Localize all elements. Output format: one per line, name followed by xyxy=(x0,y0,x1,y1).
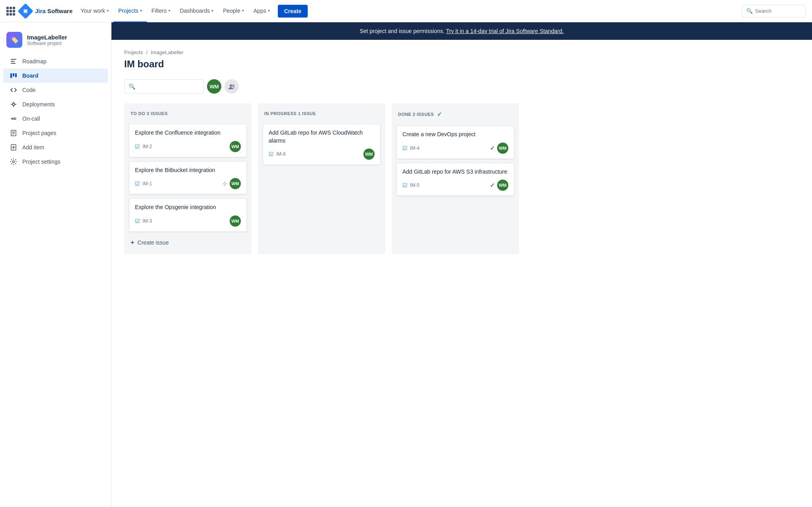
card-footer-im2: ☑ IM-2 WM xyxy=(135,141,241,152)
sidebar-label-project-pages: Project pages xyxy=(22,130,57,136)
settings-icon xyxy=(10,158,18,166)
pin-icon: ⊹ xyxy=(223,180,227,187)
svg-rect-2 xyxy=(11,63,16,64)
card-avatar-im4[interactable]: WM xyxy=(497,143,508,154)
sidebar-label-roadmap: Roadmap xyxy=(22,58,47,65)
card-icons-im4: ✓ WM xyxy=(490,143,508,154)
search-box[interactable]: 🔍 Search xyxy=(742,5,806,18)
card-im1[interactable]: Explore the Bitbucket integration ☑ IM-1… xyxy=(129,161,247,195)
checkbox-icon: ☑ xyxy=(135,218,140,224)
card-icons-im1: ⊹ WM xyxy=(223,178,241,189)
add-icon xyxy=(10,143,18,151)
sidebar: 🏷️ ImageLabeller Software project Roadma… xyxy=(0,22,111,267)
search-icon: 🔍 xyxy=(129,83,135,90)
banner-link[interactable]: Try it in a 14-day trial of Jira Softwar… xyxy=(446,28,564,34)
search-icon: 🔍 xyxy=(746,8,753,14)
card-title-im3: Explore the Opsgenie integration xyxy=(135,204,241,211)
sidebar-item-project-settings[interactable]: Project settings xyxy=(3,155,108,169)
card-id-im1: IM-1 xyxy=(142,181,152,186)
breadcrumb: Projects / ImageLabeller xyxy=(124,49,799,55)
card-im5[interactable]: Add GitLab repo for AWS S3 infrastructur… xyxy=(396,163,514,196)
card-title-im4: Create a new DevOps project xyxy=(402,131,508,139)
card-avatar-im1[interactable]: WM xyxy=(230,178,241,189)
sidebar-item-code[interactable]: Code xyxy=(3,83,108,97)
roadmap-icon xyxy=(10,57,18,65)
card-footer-im1: ☑ IM-1 ⊹ WM xyxy=(135,178,241,189)
checkbox-icon: ☑ xyxy=(135,143,140,150)
breadcrumb-projects[interactable]: Projects xyxy=(124,49,143,55)
sidebar-item-add-item[interactable]: Add item xyxy=(3,140,108,155)
search-label: Search xyxy=(755,8,771,14)
app-grid-icon[interactable] xyxy=(6,7,17,16)
project-name: ImageLabeller xyxy=(27,34,67,41)
chevron-icon: ▾ xyxy=(140,8,142,13)
sidebar-item-oncall[interactable]: On-call xyxy=(3,112,108,126)
column-header-todo: TO DO 3 ISSUES xyxy=(129,108,247,119)
card-id-im4: IM-4 xyxy=(410,145,420,151)
oncall-icon xyxy=(10,115,18,123)
grid-icon xyxy=(6,7,15,16)
nav-your-work[interactable]: Your work ▾ xyxy=(76,0,113,22)
done-checkmark-icon: ✓ xyxy=(437,111,442,117)
done-check-icon: ✓ xyxy=(490,145,495,151)
sidebar-item-deployments[interactable]: Deployments xyxy=(3,97,108,112)
card-id-im6: IM-6 xyxy=(276,151,286,157)
jira-logo[interactable]: Jira Software xyxy=(20,6,72,17)
card-meta-im3: ☑ IM-3 xyxy=(135,218,152,224)
nav-projects[interactable]: Projects ▾ xyxy=(113,0,147,22)
chevron-icon: ▾ xyxy=(168,8,170,13)
chevron-icon: ▾ xyxy=(268,8,270,13)
sidebar-label-deployments: Deployments xyxy=(22,101,55,108)
card-avatar-im3[interactable]: WM xyxy=(230,215,241,227)
column-done: DONE 2 ISSUES ✓ Create a new DevOps proj… xyxy=(392,103,519,254)
nav-dashboards[interactable]: Dashboards ▾ xyxy=(175,0,219,22)
breadcrumb-project[interactable]: ImageLabeller xyxy=(151,49,183,55)
checkbox-icon: ☑ xyxy=(135,180,140,187)
checkbox-icon: ☑ xyxy=(269,151,274,157)
column-header-inprogress: IN PROGRESS 1 ISSUE xyxy=(263,108,381,119)
sidebar-item-board[interactable]: Board xyxy=(3,69,108,83)
card-meta-im4: ☑ IM-4 xyxy=(402,145,420,151)
board-toolbar: 🔍 WM xyxy=(111,76,812,103)
card-id-im3: IM-3 xyxy=(142,218,152,224)
card-im3[interactable]: Explore the Opsgenie integration ☑ IM-3 … xyxy=(129,198,247,232)
card-avatar-im5[interactable]: WM xyxy=(497,180,508,191)
banner-text: Set project and issue permissions. xyxy=(360,28,445,34)
sidebar-label-board: Board xyxy=(22,72,38,79)
svg-point-17 xyxy=(13,161,15,163)
create-button[interactable]: Create xyxy=(278,5,308,18)
nav-filters[interactable]: Filters ▾ xyxy=(147,0,175,22)
sidebar-label-add-item: Add item xyxy=(22,144,44,151)
svg-point-19 xyxy=(232,84,234,87)
board-search-input[interactable] xyxy=(138,83,199,90)
card-im6[interactable]: Add GitLab repo for AWS CloudWatch alarm… xyxy=(263,124,381,165)
svg-point-18 xyxy=(230,84,232,87)
board-icon xyxy=(10,72,18,80)
svg-point-6 xyxy=(12,103,15,106)
sidebar-item-project-pages[interactable]: Project pages xyxy=(3,126,108,140)
create-issue-button[interactable]: + Create issue xyxy=(129,236,247,249)
kanban-board: TO DO 3 ISSUES Explore the Confluence in… xyxy=(111,103,812,267)
card-avatar-im2[interactable]: WM xyxy=(230,141,241,152)
card-meta-im6: ☑ IM-6 xyxy=(269,151,286,157)
card-icons-im5: ✓ WM xyxy=(490,180,508,191)
card-avatar-im6[interactable]: WM xyxy=(363,149,375,160)
board-search[interactable]: 🔍 xyxy=(124,79,204,94)
breadcrumb-separator: / xyxy=(146,49,148,55)
card-footer-im6: ☑ IM-6 WM xyxy=(269,149,375,160)
card-id-im2: IM-2 xyxy=(142,144,152,149)
card-im4[interactable]: Create a new DevOps project ☑ IM-4 ✓ WM xyxy=(396,125,514,159)
card-im2[interactable]: Explore the Confluence integration ☑ IM-… xyxy=(129,124,247,157)
card-title-im6: Add GitLab repo for AWS CloudWatch alarm… xyxy=(269,129,375,145)
card-id-im5: IM-5 xyxy=(410,182,420,188)
nav-apps[interactable]: Apps ▾ xyxy=(249,0,275,22)
deployments-icon xyxy=(10,100,18,108)
svg-rect-1 xyxy=(11,61,15,62)
page-layout: 🏷️ ImageLabeller Software project Roadma… xyxy=(0,22,812,267)
user-avatar-wm[interactable]: WM xyxy=(207,79,221,94)
card-title-im5: Add GitLab repo for AWS S3 infrastructur… xyxy=(402,168,508,176)
chevron-icon: ▾ xyxy=(242,8,244,13)
sidebar-item-roadmap[interactable]: Roadmap xyxy=(3,54,108,69)
nav-people[interactable]: People ▾ xyxy=(218,0,249,22)
group-avatar-icon[interactable] xyxy=(224,79,239,94)
